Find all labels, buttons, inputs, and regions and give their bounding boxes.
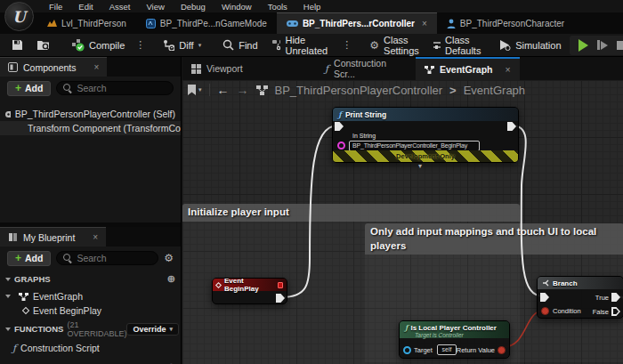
exec-in-pin[interactable] xyxy=(335,122,344,131)
unreal-blueprint-editor: U File Edit Asset View Debug Window Tool… xyxy=(0,0,623,364)
add-graph-icon[interactable]: ⊕ xyxy=(167,273,175,285)
components-icon xyxy=(8,62,18,72)
graph-icon xyxy=(425,66,434,74)
eventgraph-row[interactable]: EventGraph xyxy=(0,289,181,303)
blueprint-toolbar: Compile ⋮ Diff ▾ Find Hide Unrelated ⋮ ⚙… xyxy=(0,34,623,57)
stop-icon[interactable] xyxy=(617,41,623,50)
target-value-input[interactable]: self xyxy=(437,344,457,355)
add-component-button[interactable]: + Add xyxy=(7,81,51,96)
tab-character[interactable]: BP_ThirdPersonCharacter xyxy=(437,12,574,34)
menu-file[interactable]: File xyxy=(41,2,70,12)
true-exec-pin[interactable] xyxy=(611,293,620,302)
play-icon[interactable] xyxy=(578,39,588,52)
tab-level[interactable]: Lvl_ThirdPerson xyxy=(37,12,136,34)
in-string-pin[interactable] xyxy=(337,142,345,150)
compile-button[interactable]: Compile xyxy=(66,36,131,54)
components-tab[interactable]: Components × xyxy=(0,57,107,77)
my-blueprint-search-input[interactable]: Search xyxy=(56,251,158,265)
plus-icon: + xyxy=(15,253,21,263)
close-icon[interactable]: × xyxy=(94,62,100,72)
component-row-transform[interactable]: Transform Component (TransformComp xyxy=(0,121,181,135)
filter-gear-icon[interactable]: ⚙ xyxy=(164,253,174,263)
save-button[interactable] xyxy=(5,36,29,54)
tab-close-icon[interactable]: × xyxy=(422,19,427,28)
tab-playercontroller[interactable]: BP_ThirdPers...rController × xyxy=(277,12,437,34)
construction-script-row[interactable]: ƒ Construction Script xyxy=(0,341,181,355)
components-title: Components xyxy=(23,62,77,73)
collapse-arrow-icon xyxy=(5,328,11,331)
chevron-down-icon: ▾ xyxy=(169,326,173,333)
class-settings-button[interactable]: ⚙ Class Settings xyxy=(363,36,425,54)
menu-asset[interactable]: Asset xyxy=(101,2,139,12)
wire-beginplay-to-printstring xyxy=(281,125,337,297)
diff-button[interactable]: Diff ▾ xyxy=(157,36,207,54)
false-exec-pin[interactable] xyxy=(611,307,620,316)
unreal-logo-icon[interactable]: U xyxy=(4,2,34,31)
graph-canvas[interactable]: Initialize player input Only add input m… xyxy=(182,80,623,364)
hide-unrelated-icon xyxy=(272,40,281,51)
my-blueprint-panel: My Blueprint × + Add Search ⚙ GRAPHS xyxy=(0,227,181,364)
gamepad-icon xyxy=(287,20,298,28)
node-collapse-chevron-icon[interactable]: ▾ xyxy=(418,162,422,170)
breadcrumb-leaf[interactable]: EventGraph xyxy=(464,84,525,97)
exec-in-pin[interactable] xyxy=(540,293,549,302)
condition-pin[interactable] xyxy=(541,307,549,315)
hide-unrelated-button[interactable]: Hide Unrelated xyxy=(266,36,338,54)
forward-button[interactable]: → xyxy=(237,84,249,96)
bookmark-icon xyxy=(188,85,196,95)
functions-overridable-note: (21 OVERRIDABLE) xyxy=(67,320,126,338)
find-label: Find xyxy=(239,40,257,51)
menu-edit[interactable]: Edit xyxy=(70,2,101,12)
true-pin-label: True xyxy=(595,294,609,302)
components-toolbar: + Add Search xyxy=(0,77,181,100)
breadcrumb: ▾ ← → BP_ThirdPersonPlayerController > E… xyxy=(188,80,525,100)
my-blueprint-tab-strip: My Blueprint × xyxy=(0,227,181,247)
play-controls xyxy=(570,36,623,55)
frame-skip-icon[interactable] xyxy=(597,40,608,50)
menu-view[interactable]: View xyxy=(138,2,172,12)
node-is-local-player-controller[interactable]: ƒ Is Local Player Controller Target is C… xyxy=(399,320,510,359)
false-pin-label: False xyxy=(593,308,609,316)
menu-tools[interactable]: Tools xyxy=(260,2,295,12)
class-defaults-label: Class Defaults xyxy=(445,35,485,56)
components-search-input[interactable]: Search xyxy=(56,81,174,95)
functions-section-header[interactable]: FUNCTIONS (21 OVERRIDABLE) Override ▾ ⊕ xyxy=(0,322,181,336)
simulation-button[interactable]: Simulation xyxy=(493,36,567,54)
return-value-pin[interactable] xyxy=(498,346,506,354)
event-beginplay-row[interactable]: Event BeginPlay xyxy=(0,303,181,318)
macros-section-header[interactable]: MACROS ⊕ xyxy=(0,360,181,364)
node-print-string[interactable]: ƒ Print String In String BP_ThirdPersonP… xyxy=(332,107,519,163)
add-label: Add xyxy=(25,83,43,93)
tab-construction-script[interactable]: ƒ Construction Scr... xyxy=(316,57,416,80)
bookmarks-button[interactable]: ▾ xyxy=(188,85,202,95)
node-event-beginplay[interactable]: Event BeginPlay xyxy=(212,278,287,304)
override-dropdown[interactable]: Override ▾ xyxy=(126,323,179,336)
tab-eventgraph[interactable]: EventGraph × xyxy=(416,57,520,80)
add-blueprint-item-button[interactable]: + Add xyxy=(7,251,51,266)
node-branch[interactable]: Branch True Condition False xyxy=(537,276,623,319)
tab-gamemode[interactable]: BP_ThirdPe...nGameMode xyxy=(136,12,277,34)
exec-out-pin[interactable] xyxy=(507,122,516,131)
menu-debug[interactable]: Debug xyxy=(173,2,214,12)
my-blueprint-title: My Blueprint xyxy=(23,232,75,243)
close-icon[interactable]: × xyxy=(93,232,98,242)
back-button[interactable]: ← xyxy=(217,84,230,96)
exec-out-pin[interactable] xyxy=(276,294,285,303)
menu-window[interactable]: Window xyxy=(214,2,260,12)
hide-unrelated-options-icon[interactable]: ⋮ xyxy=(339,39,354,51)
close-icon[interactable]: × xyxy=(506,64,511,75)
my-blueprint-tab[interactable]: My Blueprint × xyxy=(0,227,106,247)
tab-viewport[interactable]: Viewport xyxy=(182,57,316,80)
graphs-section-header[interactable]: GRAPHS ⊕ xyxy=(0,272,181,286)
browse-button[interactable] xyxy=(31,36,57,54)
compile-options-icon[interactable]: ⋮ xyxy=(133,39,148,51)
find-button[interactable]: Find xyxy=(216,36,263,54)
component-row-self[interactable]: BP_ThirdPersonPlayerController (Self) xyxy=(0,107,181,121)
components-tab-strip: Components × xyxy=(0,57,181,77)
menu-help[interactable]: Help xyxy=(295,2,329,12)
graph-editor: Viewport ƒ Construction Scr... EventGrap… xyxy=(182,57,623,364)
target-pin[interactable] xyxy=(403,346,411,354)
class-defaults-button[interactable]: Class Defaults xyxy=(427,36,491,54)
hide-unrelated-label: Hide Unrelated xyxy=(285,35,331,56)
breadcrumb-root[interactable]: BP_ThirdPersonPlayerController xyxy=(275,84,443,97)
